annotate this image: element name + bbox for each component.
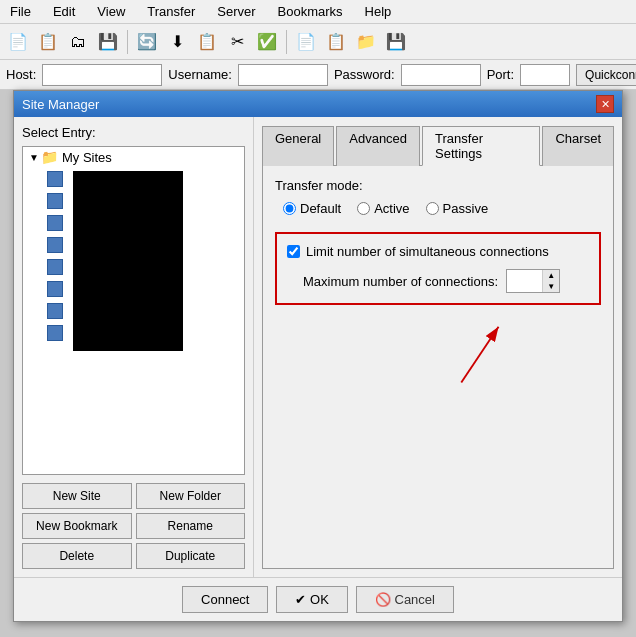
- tab-transfer-settings[interactable]: Transfer Settings: [422, 126, 540, 166]
- right-panel: General Advanced Transfer Settings Chars…: [254, 117, 622, 577]
- tab-bar: General Advanced Transfer Settings Chars…: [262, 125, 614, 165]
- toolbar-btn-new[interactable]: 📄: [4, 28, 32, 56]
- site-entry-6[interactable]: [43, 279, 71, 299]
- toolbar-separator-2: [286, 30, 287, 54]
- menu-view[interactable]: View: [91, 2, 131, 21]
- site-manager-dialog: Site Manager ✕ Select Entry: ▼ 📁 My Site…: [13, 90, 623, 622]
- toolbar-btn-download[interactable]: ⬇: [163, 28, 191, 56]
- max-connections-row: Maximum number of connections: 2 ▲ ▼: [287, 269, 589, 293]
- menu-edit[interactable]: Edit: [47, 2, 81, 21]
- rename-button[interactable]: Rename: [136, 513, 246, 539]
- new-site-button[interactable]: New Site: [22, 483, 132, 509]
- site-entry-4[interactable]: [43, 235, 71, 255]
- toolbar-btn-dir[interactable]: 📁: [352, 28, 380, 56]
- quickconnect-bar: Host: Username: Password: Port: Quickcon…: [0, 60, 636, 90]
- max-connections-label: Maximum number of connections:: [303, 274, 498, 289]
- dialog-close-button[interactable]: ✕: [596, 95, 614, 113]
- spinner-down-button[interactable]: ▼: [543, 281, 559, 292]
- toolbar-btn-copy[interactable]: 📋: [193, 28, 221, 56]
- toolbar-btn-doc[interactable]: 📄: [292, 28, 320, 56]
- password-label: Password:: [334, 67, 395, 82]
- limit-connections-checkbox[interactable]: [287, 245, 300, 258]
- annotation-area: [275, 305, 601, 395]
- menu-help[interactable]: Help: [359, 2, 398, 21]
- radio-default-label: Default: [300, 201, 341, 216]
- dialog-footer: Connect ✔ OK 🚫 Cancel: [14, 577, 622, 621]
- toolbar-separator-1: [127, 30, 128, 54]
- host-input[interactable]: [42, 64, 162, 86]
- tab-charset[interactable]: Charset: [542, 126, 614, 166]
- site-icon-7: [47, 303, 63, 319]
- menu-server[interactable]: Server: [211, 2, 261, 21]
- tab-advanced[interactable]: Advanced: [336, 126, 420, 166]
- folder-icon: 📁: [41, 149, 58, 165]
- max-connections-spinner[interactable]: 2 ▲ ▼: [506, 269, 560, 293]
- dialog-titlebar: Site Manager ✕: [14, 91, 622, 117]
- toolbar-btn-folder[interactable]: 🗂: [64, 28, 92, 56]
- toolbar-btn-cut[interactable]: ✂: [223, 28, 251, 56]
- toolbar-btn-check[interactable]: ✅: [253, 28, 281, 56]
- connect-button[interactable]: Connect: [182, 586, 268, 613]
- radio-active[interactable]: Active: [357, 201, 409, 216]
- site-icon-3: [47, 215, 63, 231]
- radio-passive[interactable]: Passive: [426, 201, 489, 216]
- site-entry-7[interactable]: [43, 301, 71, 321]
- site-icon-4: [47, 237, 63, 253]
- duplicate-button[interactable]: Duplicate: [136, 543, 246, 569]
- site-icon-5: [47, 259, 63, 275]
- max-connections-input[interactable]: 2: [507, 270, 542, 292]
- toolbar-btn-open[interactable]: 📋: [34, 28, 62, 56]
- main-area: Site Manager ✕ Select Entry: ▼ 📁 My Site…: [0, 90, 636, 637]
- radio-default[interactable]: Default: [283, 201, 341, 216]
- menu-file[interactable]: File: [4, 2, 37, 21]
- radio-active-input[interactable]: [357, 202, 370, 215]
- limit-connections-label: Limit number of simultaneous connections: [306, 244, 549, 259]
- spinner-up-button[interactable]: ▲: [543, 270, 559, 281]
- toolbar: 📄 📋 🗂 💾 🔄 ⬇ 📋 ✂ ✅ 📄 📋 📁 💾: [0, 24, 636, 60]
- port-label: Port:: [487, 67, 514, 82]
- menu-transfer[interactable]: Transfer: [141, 2, 201, 21]
- limit-connections-row: Limit number of simultaneous connections: [287, 244, 589, 259]
- tab-general[interactable]: General: [262, 126, 334, 166]
- tree-root-node[interactable]: ▼ 📁 My Sites: [23, 147, 244, 167]
- left-buttons-panel: New Site New Folder New Bookmark Rename …: [22, 483, 245, 569]
- new-bookmark-button[interactable]: New Bookmark: [22, 513, 132, 539]
- select-entry-label: Select Entry:: [22, 125, 245, 140]
- ok-button[interactable]: ✔ OK: [276, 586, 347, 613]
- transfer-mode-label: Transfer mode:: [275, 178, 601, 193]
- tree-root-label: My Sites: [62, 150, 112, 165]
- host-label: Host:: [6, 67, 36, 82]
- site-icon-8: [47, 325, 63, 341]
- site-tree[interactable]: ▼ 📁 My Sites: [22, 146, 245, 475]
- toolbar-btn-list[interactable]: 📋: [322, 28, 350, 56]
- port-input[interactable]: [520, 64, 570, 86]
- radio-default-input[interactable]: [283, 202, 296, 215]
- spinner-buttons: ▲ ▼: [542, 270, 559, 292]
- menu-bookmarks[interactable]: Bookmarks: [272, 2, 349, 21]
- site-entry-3[interactable]: [43, 213, 71, 233]
- menubar: File Edit View Transfer Server Bookmarks…: [0, 0, 636, 24]
- password-input[interactable]: [401, 64, 481, 86]
- site-icon-1: [47, 171, 63, 187]
- delete-button[interactable]: Delete: [22, 543, 132, 569]
- toolbar-btn-save[interactable]: 💾: [94, 28, 122, 56]
- site-icon-2: [47, 193, 63, 209]
- username-input[interactable]: [238, 64, 328, 86]
- svg-line-1: [461, 327, 498, 383]
- site-entry-5[interactable]: [43, 257, 71, 277]
- tab-content: Transfer mode: Default Active: [262, 165, 614, 569]
- site-icon-6: [47, 281, 63, 297]
- site-entry-1[interactable]: [43, 169, 71, 189]
- new-folder-button[interactable]: New Folder: [136, 483, 246, 509]
- site-entry-2[interactable]: [43, 191, 71, 211]
- left-panel: Select Entry: ▼ 📁 My Sites: [14, 117, 254, 577]
- radio-active-label: Active: [374, 201, 409, 216]
- dialog-title: Site Manager: [22, 97, 99, 112]
- tree-children: [23, 167, 244, 355]
- quickconnect-button[interactable]: Quickconnect: [576, 64, 636, 86]
- site-entry-8[interactable]: [43, 323, 71, 343]
- toolbar-btn-floppy[interactable]: 💾: [382, 28, 410, 56]
- toolbar-btn-refresh[interactable]: 🔄: [133, 28, 161, 56]
- radio-passive-input[interactable]: [426, 202, 439, 215]
- cancel-button[interactable]: 🚫 Cancel: [356, 586, 454, 613]
